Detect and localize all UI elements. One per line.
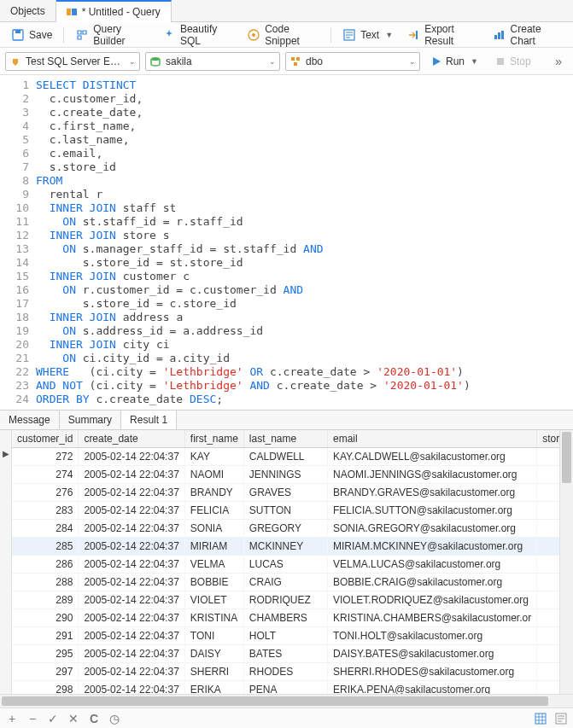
svg-point-11 [151, 57, 160, 61]
table-row[interactable]: 2862005-02-14 22:04:37VELMALUCASVELMA.LU… [12, 556, 559, 574]
table-row[interactable]: 2972005-02-14 22:04:37SHERRIRHODESSHERRI… [12, 663, 559, 681]
sparkle-icon [162, 28, 176, 42]
code-icon [247, 28, 260, 42]
tab-result1[interactable]: Result 1 [121, 411, 177, 429]
plug-icon [9, 55, 21, 67]
row-indicator-gutter: ▶ [0, 430, 12, 694]
svg-point-5 [252, 33, 255, 37]
file-tabs: Objects * Untitled - Query [0, 0, 573, 22]
tab-objects[interactable]: Objects [0, 0, 56, 21]
database-combo[interactable]: sakila ⌄ [145, 52, 280, 71]
add-row-button[interactable]: + [5, 712, 19, 725]
schema-combo[interactable]: dbo ⌄ [285, 52, 420, 71]
tab-summary[interactable]: Summary [60, 411, 121, 429]
column-header[interactable]: first_name [184, 430, 243, 448]
form-view-button[interactable] [554, 712, 568, 725]
table-row[interactable]: 2892005-02-14 22:04:37VIOLETRODRIQUEZVIO… [12, 591, 559, 609]
table-row[interactable]: 2882005-02-14 22:04:37BOBBIECRAIGBOBBIE.… [12, 574, 559, 591]
delete-row-button[interactable]: − [26, 712, 39, 725]
result-tabs: Message Summary Result 1 [0, 410, 573, 430]
chevron-down-icon: ▼ [471, 57, 478, 66]
stop-button[interactable]: Stop [489, 53, 537, 70]
chevron-down-icon: ⌄ [129, 57, 136, 66]
horizontal-scrollbar[interactable] [0, 694, 573, 708]
chevron-down-icon: ⌄ [269, 57, 276, 66]
svg-rect-9 [498, 32, 500, 39]
qb-icon [75, 28, 89, 42]
history-button[interactable]: ◷ [108, 712, 121, 725]
table-row[interactable]: 2982005-02-14 22:04:37ERIKAPENAERIKA.PEN… [12, 681, 559, 695]
svg-rect-7 [416, 31, 418, 39]
svg-rect-0 [67, 9, 71, 15]
beautify-button[interactable]: Beautify SQL [156, 20, 239, 50]
snippet-button[interactable]: Code Snippet [241, 20, 325, 50]
svg-rect-16 [535, 713, 546, 724]
result-grid-wrap: ▶ customer_idcreate_datefirst_namelast_n… [0, 430, 573, 694]
main-toolbar: Save Query Builder Beautify SQL Code Sni… [0, 22, 573, 48]
svg-rect-14 [294, 62, 297, 66]
stop-icon [495, 56, 506, 67]
table-row[interactable]: 2832005-02-14 22:04:37FELICIASUTTONFELIC… [12, 502, 559, 520]
overflow-button[interactable]: » [549, 52, 568, 71]
connection-row: Test SQL Server Expres ⌄ sakila ⌄ dbo ⌄ … [0, 48, 573, 75]
save-button[interactable]: Save [5, 26, 58, 44]
text-icon [342, 28, 356, 42]
chart-icon [493, 28, 506, 42]
run-button[interactable]: Run ▼ [425, 53, 484, 70]
svg-rect-8 [494, 35, 497, 39]
line-gutter: 123456789101112131415161718192021222324 [0, 79, 36, 406]
table-row[interactable]: 2952005-02-14 22:04:37DAISYBATESDAISY.BA… [12, 645, 559, 663]
svg-rect-3 [15, 30, 20, 33]
query-icon [67, 7, 77, 17]
grid-footer: + − ✓ ✕ C ◷ [0, 708, 573, 728]
table-row[interactable]: 2742005-02-14 22:04:37NAOMIJENNINGSNAOMI… [12, 466, 559, 484]
column-header[interactable]: customer_id [12, 430, 79, 448]
svg-rect-10 [501, 31, 504, 39]
connection-combo[interactable]: Test SQL Server Expres ⌄ [5, 52, 140, 71]
tab-message[interactable]: Message [0, 411, 60, 429]
tab-query[interactable]: * Untitled - Query [56, 0, 172, 22]
scroll-thumb[interactable] [2, 696, 548, 706]
table-row[interactable]: 2722005-02-14 22:04:37KAYCALDWELLKAY.CAL… [12, 448, 559, 466]
sql-editor[interactable]: 123456789101112131415161718192021222324 … [0, 75, 573, 410]
chart-button[interactable]: Create Chart [487, 20, 568, 50]
table-row[interactable]: 2762005-02-14 22:04:37BRANDYGRAVESBRANDY… [12, 484, 559, 502]
play-icon [431, 56, 441, 67]
table-row[interactable]: 2852005-02-14 22:04:37MIRIAMMCKINNEYMIRI… [12, 538, 559, 556]
svg-rect-12 [291, 57, 295, 61]
separator [63, 27, 64, 43]
result-grid[interactable]: customer_idcreate_datefirst_namelast_nam… [12, 430, 559, 694]
table-row[interactable]: 2912005-02-14 22:04:37TONIHOLTTONI.HOLT@… [12, 627, 559, 645]
query-builder-button[interactable]: Query Builder [69, 20, 155, 50]
export-icon [406, 28, 420, 42]
vertical-scrollbar[interactable] [559, 430, 573, 694]
svg-rect-13 [296, 57, 300, 61]
table-row[interactable]: 2902005-02-14 22:04:37KRISTINACHAMBERSKR… [12, 609, 559, 627]
apply-button[interactable]: ✓ [46, 712, 60, 725]
column-header[interactable]: store_id [537, 430, 559, 448]
svg-rect-1 [72, 9, 77, 15]
cancel-button[interactable]: ✕ [67, 712, 80, 725]
chevron-down-icon: ⌄ [409, 57, 416, 66]
separator [330, 27, 331, 43]
schema-icon [289, 55, 301, 67]
save-icon [11, 28, 25, 42]
export-button[interactable]: Export Result [401, 20, 484, 50]
svg-rect-15 [497, 58, 504, 65]
refresh-button[interactable]: C [87, 712, 101, 725]
column-header[interactable]: create_date [79, 430, 184, 448]
tab-label: * Untitled - Query [82, 6, 161, 18]
grid-view-button[interactable] [534, 712, 547, 725]
scroll-thumb[interactable] [562, 432, 571, 483]
chevron-down-icon: ▼ [385, 31, 393, 39]
column-header[interactable]: last_name [243, 430, 327, 448]
code-area[interactable]: SELECT DISTINCT c.customer_id, c.create_… [36, 79, 573, 406]
table-row[interactable]: 2842005-02-14 22:04:37SONIAGREGORYSONIA.… [12, 520, 559, 538]
text-button[interactable]: Text ▼ [336, 26, 399, 44]
database-icon [149, 55, 161, 67]
column-header[interactable]: email [327, 430, 536, 448]
tab-label: Objects [10, 5, 45, 17]
